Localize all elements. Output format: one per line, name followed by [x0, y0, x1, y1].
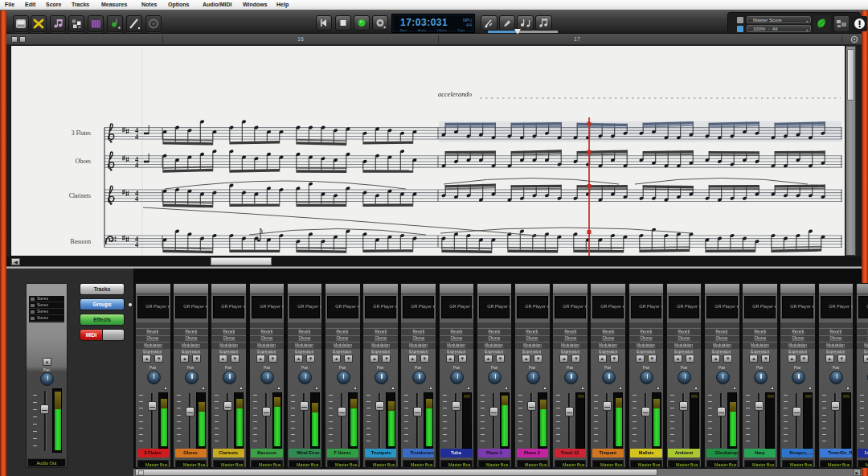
svg-text:Clarinets: Clarinets	[69, 192, 91, 199]
svg-text:Oboes: Oboes	[76, 158, 91, 165]
svg-text:accelerando: accelerando	[438, 90, 472, 98]
svg-text:3 Flutes: 3 Flutes	[72, 129, 91, 137]
svg-text:Bassoon: Bassoon	[71, 238, 92, 245]
